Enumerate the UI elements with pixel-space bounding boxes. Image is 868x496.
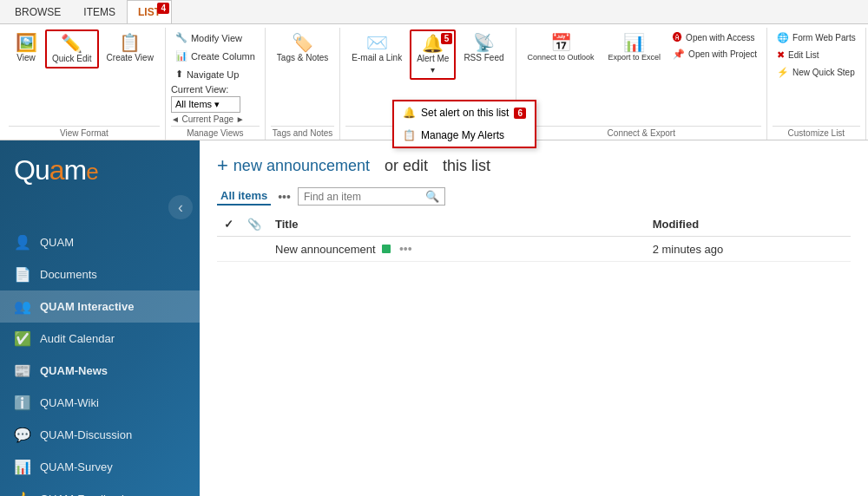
view-button[interactable]: 🖼️ View: [9, 29, 43, 67]
row-title[interactable]: New announcement •••: [268, 237, 646, 262]
ribbon-tabs: BROWSE ITEMS LIST 4: [0, 0, 868, 24]
quam-icon: 👤: [14, 234, 31, 251]
col-modified[interactable]: Modified: [646, 212, 851, 237]
sidebar-item-quam-discussion[interactable]: 💬 QUAM-Discussion: [0, 419, 200, 451]
sidebar-item-quam-news[interactable]: 📰 QUAM-News: [0, 355, 200, 387]
list-table: ✓ 📎 Title Modified New announcement ••• …: [217, 212, 851, 262]
form-web-parts-button[interactable]: 🌐 Form Web Parts: [773, 29, 860, 46]
view-icon: 🖼️: [16, 34, 37, 51]
row-attach: [240, 237, 268, 262]
sidebar-item-label: QUAM-News: [40, 364, 108, 377]
rss-feed-button[interactable]: 📡 RSS Feed: [457, 29, 510, 67]
sidebar-collapse-button[interactable]: ‹: [168, 195, 193, 219]
sidebar-item-quam-survey[interactable]: 📊 QUAM-Survey: [0, 451, 200, 483]
sidebar-item-quam[interactable]: 👤 QUAM: [0, 226, 200, 258]
col-check: ✓: [217, 212, 240, 237]
logo-tail: e: [86, 159, 97, 185]
tab-list-badge: 4: [157, 3, 169, 14]
search-input[interactable]: [304, 191, 425, 203]
set-alert-item[interactable]: 🔔 Set alert on this list 6: [394, 101, 535, 124]
logo-accent: a: [49, 154, 64, 186]
quick-edit-button[interactable]: ✏️ Quick Edit: [45, 29, 99, 69]
interactive-icon: 👥: [14, 298, 31, 315]
add-icon: +: [217, 154, 228, 177]
access-icon: 🅐: [673, 32, 682, 42]
news-icon: 📰: [14, 362, 31, 379]
view-format-label: View Format: [9, 126, 160, 138]
tags-label: Tags and Notes: [271, 126, 334, 138]
manage-views-label: Manage Views: [171, 126, 260, 138]
open-access-button[interactable]: 🅐 Open with Access: [668, 29, 761, 45]
quick-step-icon: ⚡: [777, 67, 789, 78]
row-options[interactable]: •••: [399, 242, 412, 256]
create-view-icon: 📋: [119, 34, 141, 51]
current-view-select[interactable]: All Items ▾: [171, 96, 240, 113]
alert-me-button[interactable]: 5 🔔 Alert Me ▾: [410, 29, 456, 80]
alert-dropdown: 🔔 Set alert on this list 6 📋 Manage My A…: [392, 100, 536, 148]
ribbon-group-manage-views: 🔧 Modify View 📊 Create Column ⬆ Navigate…: [166, 28, 266, 140]
rss-icon: 📡: [473, 34, 495, 51]
sidebar-item-label: QUAM: [40, 236, 74, 249]
list-toolbar: All items ••• 🔍: [217, 187, 851, 206]
search-box: 🔍: [298, 187, 445, 206]
navigate-up-button[interactable]: ⬆ Navigate Up: [171, 66, 244, 82]
header-or-text: or edit: [385, 157, 428, 175]
tab-all-items[interactable]: All items: [217, 187, 271, 206]
col-title[interactable]: Title: [268, 212, 646, 237]
audit-icon: ✅: [14, 330, 31, 347]
project-icon: 📌: [673, 49, 685, 60]
modify-view-button[interactable]: 🔧 Modify View: [171, 29, 247, 46]
logo-text: Qu: [14, 154, 49, 186]
logo-text2: m: [63, 154, 86, 186]
excel-icon: 📊: [623, 34, 645, 51]
sidebar-logo: Quame: [0, 140, 200, 195]
documents-icon: 📄: [14, 266, 31, 283]
new-announcement-link[interactable]: new announcement: [233, 157, 370, 175]
export-excel-button[interactable]: 📊 Export to Excel: [602, 29, 667, 66]
create-column-button[interactable]: 📊 Create Column: [171, 48, 260, 64]
bell-icon: 🔔: [403, 107, 416, 119]
sidebar-item-label: QUAM-Wiki: [40, 396, 99, 409]
ribbon-group-connect: 📅 Connect to Outlook 📊 Export to Excel 🅐…: [516, 28, 768, 140]
tab-items[interactable]: ITEMS: [72, 0, 127, 23]
ribbon-group-tags: 🏷️ Tags & Notes Tags and Notes: [266, 28, 340, 140]
discussion-icon: 💬: [14, 427, 31, 443]
navigate-up-icon: ⬆: [175, 69, 183, 80]
connect-outlook-button[interactable]: 📅 Connect to Outlook: [522, 29, 601, 66]
alert-me-badge: 5: [441, 33, 453, 44]
sidebar-item-label: QUAM-Feedback: [40, 493, 127, 496]
search-icon[interactable]: 🔍: [425, 190, 439, 203]
current-page-btn[interactable]: ◄ Current Page ►: [171, 114, 245, 124]
create-view-button[interactable]: 📋 Create View: [101, 29, 160, 67]
green-dot-icon: [382, 245, 391, 253]
form-icon: 🌐: [777, 32, 789, 43]
sidebar-item-label: QUAM Interactive: [40, 300, 134, 313]
tags-icon: 🏷️: [292, 34, 313, 51]
manage-icon: 📋: [403, 129, 416, 141]
create-column-icon: 📊: [175, 50, 187, 62]
edit-list-icon: ✖: [777, 49, 785, 61]
connect-label: Connect & Export: [522, 126, 762, 138]
sidebar-item-quam-wiki[interactable]: ℹ️ QUAM-Wiki: [0, 387, 200, 419]
tab-list[interactable]: LIST 4: [127, 0, 172, 23]
tags-notes-button[interactable]: 🏷️ Tags & Notes: [271, 29, 334, 67]
sidebar-item-label: Documents: [40, 268, 97, 281]
feedback-icon: 👍: [14, 491, 31, 496]
sidebar-item-label: QUAM-Survey: [40, 460, 113, 473]
tab-browse[interactable]: BROWSE: [3, 0, 72, 23]
manage-alerts-item[interactable]: 📋 Manage My Alerts: [394, 124, 535, 147]
alert-badge-6: 6: [514, 108, 526, 119]
row-check: [217, 237, 240, 262]
row-modified: 2 minutes ago: [646, 237, 851, 262]
sidebar-item-quam-interactive[interactable]: 👥 QUAM Interactive: [0, 290, 200, 323]
email-link-button[interactable]: ✉️ E-mail a Link: [345, 29, 408, 67]
open-project-button[interactable]: 📌 Open with Project: [668, 46, 761, 62]
sidebar-item-documents[interactable]: 📄 Documents: [0, 258, 200, 290]
edit-list-button[interactable]: ✖ Edit List: [773, 47, 824, 63]
sidebar-item-quam-feedback[interactable]: 👍 QUAM-Feedback: [0, 483, 200, 496]
wiki-icon: ℹ️: [14, 395, 31, 411]
sidebar-item-audit-calendar[interactable]: ✅ Audit Calendar: [0, 323, 200, 355]
new-quick-step-button[interactable]: ⚡ New Quick Step: [773, 64, 859, 81]
content-area: + new announcement or edit this list All…: [200, 140, 868, 496]
list-more-options[interactable]: •••: [278, 190, 291, 204]
